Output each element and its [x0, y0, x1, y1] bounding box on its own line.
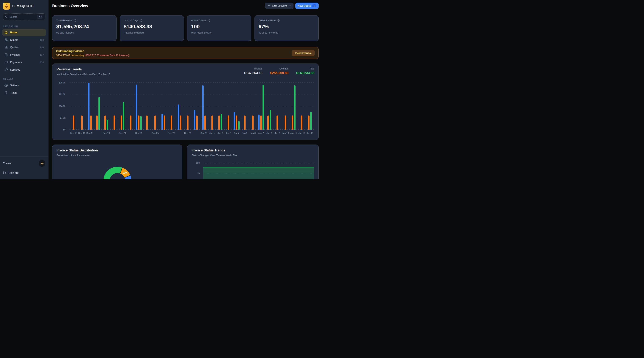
sun-icon	[40, 162, 44, 165]
bar-paid-jan8[interactable]	[270, 110, 271, 130]
bar-overdue-jan10[interactable]	[285, 115, 286, 130]
credit-card-icon	[4, 60, 8, 64]
donut-percent-label: 13%	[122, 171, 128, 174]
theme-label: Theme	[3, 162, 11, 165]
bar-overdue-dec25[interactable]	[154, 115, 156, 130]
bar-invoiced-dec30[interactable]	[194, 110, 196, 130]
info-icon[interactable]	[277, 19, 280, 22]
bar-overdue-dec16[interactable]	[81, 115, 82, 130]
date-range-dropdown[interactable]: Last 30 Days	[265, 2, 294, 9]
new-quote-button[interactable]: New Quote N	[295, 2, 319, 9]
info-icon[interactable]	[140, 19, 142, 22]
bar-overdue-dec29[interactable]	[187, 115, 188, 130]
info-icon[interactable]	[74, 19, 76, 22]
stat-cards-row: Total Revenue $1,595,208.24 92 paid invo…	[52, 15, 319, 41]
outstanding-balance-banner: Outstanding Balance $450,565.42 outstand…	[52, 47, 319, 59]
gridline	[70, 82, 314, 83]
bar-invoiced-jan4[interactable]	[234, 112, 235, 130]
sidebar-item-payments[interactable]: Payments 110	[2, 59, 46, 66]
sidebar-item-label: Services	[10, 68, 20, 71]
bar-invoiced-dec26[interactable]	[162, 114, 163, 130]
y-tick-label: $7.0k	[60, 117, 66, 119]
sidebar-item-quotes[interactable]: Quotes 306	[2, 44, 46, 51]
stat-subtext: Revenue collected	[124, 31, 180, 34]
sidebar-item-label: Payments	[10, 61, 22, 64]
bar-overdue-jan4[interactable]	[236, 115, 237, 130]
nav-section-header: NAVIGATION	[3, 25, 45, 27]
bar-overdue-dec28[interactable]	[180, 115, 182, 130]
bar-overdue-dec21[interactable]	[121, 115, 122, 130]
log-out-icon	[3, 171, 6, 175]
new-quote-label: New Quote	[298, 4, 311, 7]
sidebar-item-services[interactable]: Services	[2, 66, 46, 73]
bar-overdue-jan11[interactable]	[292, 115, 293, 130]
brand: SEMAQUOTE	[0, 0, 48, 10]
bar-overdue-jan8[interactable]	[267, 115, 269, 130]
bar-paid-jan11[interactable]	[294, 85, 296, 130]
bar-paid-jan13[interactable]	[310, 112, 312, 130]
bar-paid-dec21[interactable]	[123, 102, 124, 130]
sidebar-item-invoices[interactable]: Invoices 137	[2, 51, 46, 58]
bar-overdue-dec20[interactable]	[114, 115, 115, 130]
bar-invoiced-dec17[interactable]	[88, 83, 90, 130]
bar-overdue-jan9[interactable]	[276, 115, 278, 130]
wrench-icon	[4, 68, 8, 71]
stat-value: $1,595,208.24	[56, 24, 112, 30]
bar-overdue-dec24[interactable]	[146, 115, 148, 130]
trash-icon	[4, 91, 8, 94]
bar-overdue-jan6[interactable]	[252, 115, 254, 130]
bar-overdue-dec18[interactable]	[96, 115, 98, 130]
bar-invoiced-dec31[interactable]	[202, 85, 204, 130]
sign-out-button[interactable]: Sign out	[3, 171, 45, 175]
x-tick-label: Jan 5	[242, 132, 248, 134]
bar-overdue-dec22[interactable]	[130, 115, 132, 130]
bar-overdue-dec23[interactable]	[138, 115, 140, 130]
bar-overdue-dec27[interactable]	[170, 115, 172, 130]
bar-paid-jan7[interactable]	[262, 85, 264, 130]
sidebar-item-trash[interactable]: Trash	[2, 89, 46, 96]
chevron-down-icon	[289, 5, 291, 7]
bar-invoiced-dec28[interactable]	[178, 104, 179, 130]
gridline	[203, 163, 314, 163]
bar-overdue-dec17[interactable]	[90, 115, 92, 130]
sidebar-item-clients[interactable]: Clients 150	[2, 36, 46, 43]
view-overdue-button[interactable]: View Overdue	[292, 50, 315, 56]
y-tick-label: 100	[192, 162, 200, 164]
gridline	[70, 94, 314, 94]
bar-overdue-jan12[interactable]	[301, 115, 302, 130]
bar-paid-dec23[interactable]	[140, 116, 142, 130]
x-tick-label: Dec 17	[86, 132, 94, 134]
bar-overdue-jan13[interactable]	[308, 115, 310, 130]
stat-card-active-clients: Active Clients 100 With recent activity	[187, 15, 251, 41]
bar-overdue-jan7[interactable]	[260, 115, 262, 130]
bar-overdue-dec30[interactable]	[196, 115, 198, 130]
stat-label: Last 30 Days	[124, 19, 138, 22]
search-input[interactable]: Search ⌘K	[3, 13, 45, 20]
bar-overdue-dec26[interactable]	[164, 115, 165, 130]
brand-name: SEMAQUOTE	[12, 4, 33, 8]
sidebar-item-home[interactable]: Home	[2, 29, 46, 36]
trends-subtitle: Status Changes Over Time — Wed - Tue	[192, 154, 314, 157]
sidebar-item-settings[interactable]: Settings	[2, 82, 46, 89]
bar-overdue-jan3[interactable]	[228, 115, 229, 130]
bar-paid-dec19[interactable]	[107, 120, 108, 130]
bar-paid-jan4[interactable]	[238, 121, 240, 130]
bar-invoiced-jan7[interactable]	[258, 115, 260, 130]
bar-invoiced-dec23[interactable]	[136, 84, 137, 130]
sidebar-item-count: 110	[40, 61, 44, 64]
bar-overdue-jan5[interactable]	[244, 115, 246, 130]
stat-card-total-revenue: Total Revenue $1,595,208.24 92 paid invo…	[52, 15, 116, 41]
x-tick-label: Jan 9	[275, 132, 280, 134]
bar-overdue-dec31[interactable]	[204, 115, 206, 130]
bar-overdue-jan1[interactable]	[212, 115, 213, 130]
bar-paid-jan2[interactable]	[220, 114, 222, 130]
bar-overdue-dec15[interactable]	[73, 115, 74, 130]
bar-overdue-dec19[interactable]	[104, 115, 106, 130]
info-icon[interactable]	[208, 19, 210, 22]
microphone-icon	[5, 4, 8, 8]
theme-toggle-button[interactable]	[38, 160, 45, 167]
bar-overdue-jan2[interactable]	[218, 115, 220, 130]
stat-subtext: 92 of 137 invoices	[258, 31, 315, 34]
bar-paid-dec18[interactable]	[98, 97, 100, 130]
sidebar: SEMAQUOTE Search ⌘K NAVIGATION Home Clie…	[0, 0, 48, 179]
